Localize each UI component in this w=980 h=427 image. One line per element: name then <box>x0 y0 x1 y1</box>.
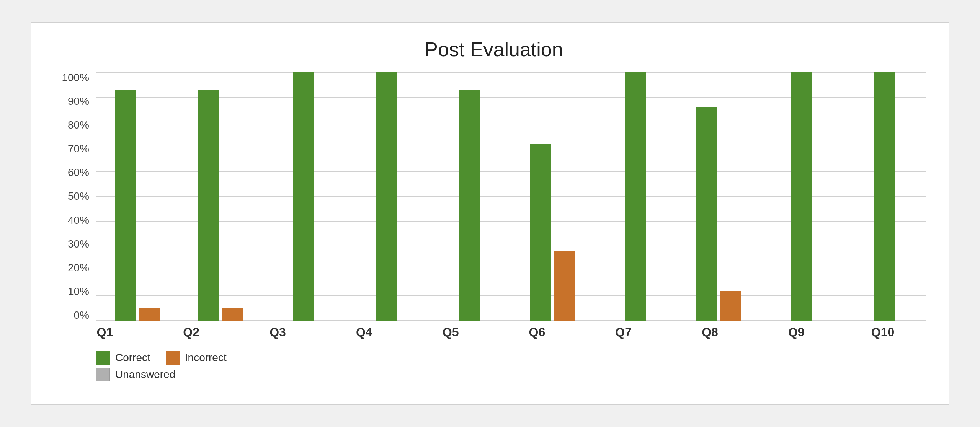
bar-correct <box>696 107 717 321</box>
y-label: 80% <box>68 120 89 130</box>
x-label: Q1 <box>62 325 148 339</box>
y-label: 10% <box>68 286 89 297</box>
bar-group <box>594 72 677 321</box>
correct-label: Correct <box>115 352 150 364</box>
y-label: 70% <box>68 143 89 154</box>
bars-row <box>96 72 926 321</box>
bar-group <box>677 72 760 321</box>
unanswered-swatch <box>96 368 110 381</box>
x-label: Q2 <box>148 325 235 339</box>
legend-unanswered: Unanswered <box>96 368 175 381</box>
bar-correct <box>293 72 314 321</box>
bar-correct <box>791 72 812 321</box>
legend-correct: Correct <box>96 351 150 365</box>
y-label: 90% <box>68 96 89 107</box>
chart-title: Post Evaluation <box>62 38 926 61</box>
bar-group <box>428 72 511 321</box>
bar-correct <box>115 90 136 321</box>
bar-group <box>760 72 843 321</box>
correct-swatch <box>96 351 110 365</box>
legend-row-2: Unanswered <box>96 368 926 381</box>
y-label: 60% <box>68 167 89 178</box>
bar-group <box>843 72 926 321</box>
y-label: 40% <box>68 215 89 226</box>
bar-incorrect <box>222 308 243 321</box>
y-axis: 100%90%80%70%60%50%40%30%20%10%0% <box>62 72 96 321</box>
x-label: Q10 <box>840 325 926 339</box>
x-label: Q5 <box>407 325 494 339</box>
legend: Correct Incorrect Unanswered <box>62 351 926 381</box>
bar-correct <box>625 72 646 321</box>
bar-correct <box>459 90 480 321</box>
bar-correct <box>376 72 397 321</box>
bar-group <box>345 72 428 321</box>
x-axis: Q1Q2Q3Q4Q5Q6Q7Q8Q9Q10 <box>62 325 926 339</box>
bar-group <box>511 72 594 321</box>
bar-correct <box>874 72 895 321</box>
incorrect-label: Incorrect <box>185 352 227 364</box>
chart-container: Post Evaluation 100%90%80%70%60%50%40%30… <box>31 22 949 405</box>
y-label: 30% <box>68 239 89 249</box>
legend-incorrect: Incorrect <box>166 351 227 365</box>
chart-area: 100%90%80%70%60%50%40%30%20%10%0% <box>62 72 926 321</box>
bar-correct <box>198 90 219 321</box>
y-label: 100% <box>62 72 89 83</box>
x-label: Q8 <box>667 325 753 339</box>
bar-group <box>262 72 345 321</box>
bar-correct <box>530 144 551 321</box>
x-label: Q6 <box>494 325 580 339</box>
x-label: Q4 <box>321 325 407 339</box>
x-label: Q9 <box>753 325 840 339</box>
bar-incorrect <box>554 251 575 321</box>
legend-row-1: Correct Incorrect <box>96 351 926 365</box>
bar-incorrect <box>139 308 160 321</box>
y-label: 20% <box>68 262 89 273</box>
plot-area <box>96 72 926 321</box>
y-label: 50% <box>68 191 89 202</box>
x-label: Q7 <box>580 325 667 339</box>
y-label: 0% <box>74 310 89 321</box>
bar-incorrect <box>720 291 741 321</box>
x-label: Q3 <box>235 325 321 339</box>
x-labels: Q1Q2Q3Q4Q5Q6Q7Q8Q9Q10 <box>62 325 926 339</box>
incorrect-swatch <box>166 351 180 365</box>
bar-group <box>179 72 262 321</box>
unanswered-label: Unanswered <box>115 368 175 381</box>
bar-group <box>96 72 179 321</box>
